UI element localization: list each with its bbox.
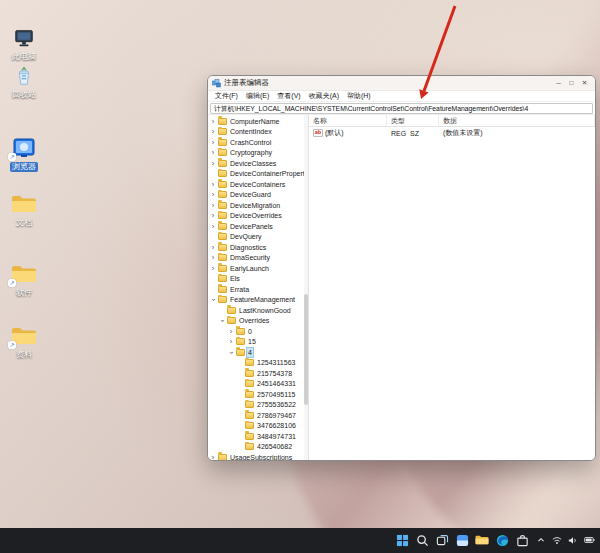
taskbar-button-file-explorer[interactable] — [474, 532, 490, 548]
menu-item[interactable]: 文件(F) — [211, 91, 242, 101]
menu-item[interactable]: 收藏夹(A) — [305, 91, 343, 101]
value-type: REG_SZ — [387, 130, 439, 137]
tree-item-426540682[interactable]: ›426540682 — [208, 442, 308, 453]
tree-item-label: 215754378 — [256, 369, 293, 378]
tree-item-FeatureManagement[interactable]: ›FeatureManagement — [208, 295, 308, 306]
chevron-icon[interactable]: › — [210, 191, 216, 199]
column-header[interactable]: 数据 — [439, 115, 595, 126]
column-header[interactable]: 名称 — [309, 115, 387, 126]
address-bar[interactable]: 计算机\HKEY_LOCAL_MACHINE\SYSTEM\CurrentCon… — [210, 103, 593, 114]
tree-item-3484974731[interactable]: ›3484974731 — [208, 431, 308, 442]
tree-item-Errata[interactable]: ›Errata — [208, 284, 308, 295]
taskbar-button-edge[interactable] — [494, 532, 510, 548]
chevron-icon[interactable]: › — [210, 223, 216, 231]
tree-item-Overrides[interactable]: ›Overrides — [208, 316, 308, 327]
tree-item-CrashControl[interactable]: ›CrashControl — [208, 137, 308, 148]
tree-item-ComputerName[interactable]: ›ComputerName — [208, 116, 308, 127]
tree-item-2755536522[interactable]: ›2755536522 — [208, 400, 308, 411]
tree-item-215754378[interactable]: ›215754378 — [208, 368, 308, 379]
chevron-icon[interactable]: › — [210, 254, 216, 262]
tray-tray-chevron[interactable] — [535, 532, 547, 548]
desktop-icon-image: ↗ — [10, 262, 38, 286]
folder-icon — [236, 349, 245, 356]
chevron-icon[interactable]: › — [210, 244, 216, 252]
taskbar-button-search[interactable] — [414, 532, 430, 548]
tree-item-4[interactable]: ›4 — [208, 347, 308, 358]
chevron-icon[interactable]: › — [210, 128, 216, 136]
desktop-icon-folder-5[interactable]: ↗资料 — [2, 324, 46, 360]
tree-item-label: DeviceContainerPropertyUpda — [229, 169, 309, 178]
tree-item-3476628106[interactable]: ›3476628106 — [208, 421, 308, 432]
minimize-button[interactable]: ─ — [552, 76, 565, 90]
chevron-icon[interactable]: › — [210, 118, 216, 126]
chevron-icon[interactable]: › — [227, 349, 235, 355]
chevron-icon[interactable]: › — [210, 265, 216, 273]
tree-item-15[interactable]: ›15 — [208, 337, 308, 348]
desktop-icon-folder-3[interactable]: 文档 — [2, 192, 46, 228]
menu-item[interactable]: 帮助(H) — [343, 91, 375, 101]
tree-item-0[interactable]: ›0 — [208, 326, 308, 337]
tree-item-DmaSecurity[interactable]: ›DmaSecurity — [208, 253, 308, 264]
tree-item-DeviceMigration[interactable]: ›DeviceMigration — [208, 200, 308, 211]
tree-item-2451464331[interactable]: ›2451464331 — [208, 379, 308, 390]
tray-wifi[interactable] — [551, 532, 563, 548]
tree-item-Cryptography[interactable]: ›Cryptography — [208, 148, 308, 159]
taskbar-button-store[interactable] — [514, 532, 530, 548]
tray-battery[interactable] — [583, 532, 595, 548]
chevron-icon[interactable]: › — [210, 149, 216, 157]
menu-item[interactable]: 查看(V) — [273, 91, 304, 101]
chevron-icon[interactable]: › — [210, 202, 216, 210]
chevron-icon[interactable]: › — [210, 454, 216, 461]
tree-scrollbar-thumb[interactable] — [304, 294, 308, 404]
tree-item-DeviceGuard[interactable]: ›DeviceGuard — [208, 190, 308, 201]
desktop-icon-pc-0[interactable]: 此电脑 — [2, 26, 46, 62]
chevron-icon[interactable]: › — [210, 139, 216, 147]
maximize-button[interactable]: □ — [565, 76, 578, 90]
close-button[interactable]: ✕ — [578, 76, 591, 90]
tray-chevron-icon — [537, 536, 545, 544]
chevron-icon[interactable]: › — [218, 318, 226, 324]
battery-icon — [584, 536, 595, 544]
tree-item-DeviceContainerPropertyUpda[interactable]: ›DeviceContainerPropertyUpda — [208, 169, 308, 180]
tree-item-DeviceOverrides[interactable]: ›DeviceOverrides — [208, 211, 308, 222]
tree-item-Diagnostics[interactable]: ›Diagnostics — [208, 242, 308, 253]
tree-item-UsageSubscriptions[interactable]: ›UsageSubscriptions — [208, 452, 308, 460]
desktop-icon-label: 文档 — [14, 218, 34, 228]
tree-item-ContentIndex[interactable]: ›ContentIndex — [208, 127, 308, 138]
tree-item-DeviceContainers[interactable]: ›DeviceContainers — [208, 179, 308, 190]
tree-item-2786979467[interactable]: ›2786979467 — [208, 410, 308, 421]
tree-item-label: DmaSecurity — [229, 253, 271, 262]
chevron-icon[interactable]: › — [210, 181, 216, 189]
folder-icon — [218, 286, 227, 293]
desktop-icon-label: 此电脑 — [10, 52, 38, 62]
desktop-icon-app-2[interactable]: ↗浏览器 — [2, 136, 46, 172]
chevron-icon[interactable]: › — [209, 297, 217, 303]
taskbar-button-task-view[interactable] — [434, 532, 450, 548]
taskbar-icons — [394, 532, 530, 548]
tree-item-EarlyLaunch[interactable]: ›EarlyLaunch — [208, 263, 308, 274]
tree-item-label: DeviceContainers — [229, 180, 286, 189]
desktop-icon-folder-4[interactable]: ↗软件 — [2, 262, 46, 298]
value-row[interactable]: ab(默认)REG_SZ(数值未设置) — [309, 127, 595, 139]
tree-item-1254311563[interactable]: ›1254311563 — [208, 358, 308, 369]
tree-item-DeviceClasses[interactable]: ›DeviceClasses — [208, 158, 308, 169]
tree-item-2570495115[interactable]: ›2570495115 — [208, 389, 308, 400]
chevron-icon[interactable]: › — [228, 328, 234, 336]
taskbar-button-start[interactable] — [394, 532, 410, 548]
titlebar[interactable]: 注册表编辑器 ─□✕ — [208, 76, 595, 91]
tree-item-DevQuery[interactable]: ›DevQuery — [208, 232, 308, 243]
tree-item-LastKnownGood[interactable]: ›LastKnownGood — [208, 305, 308, 316]
tree-item-DevicePanels[interactable]: ›DevicePanels — [208, 221, 308, 232]
tree-scrollbar[interactable] — [304, 115, 308, 460]
address-bar-area: 计算机\HKEY_LOCAL_MACHINE\SYSTEM\CurrentCon… — [208, 102, 595, 115]
tray-volume[interactable] — [567, 532, 579, 548]
menu-item[interactable]: 编辑(E) — [242, 91, 273, 101]
column-header[interactable]: 类型 — [387, 115, 439, 126]
taskbar-button-widgets[interactable] — [454, 532, 470, 548]
chevron-icon[interactable]: › — [210, 212, 216, 220]
chevron-icon[interactable]: › — [210, 160, 216, 168]
chevron-icon[interactable]: › — [228, 338, 234, 346]
tree-item-Els[interactable]: ›Els — [208, 274, 308, 285]
desktop-icon-recycle-1[interactable]: 回收站 — [2, 64, 46, 100]
tree-item-label: 2570495115 — [256, 390, 296, 399]
